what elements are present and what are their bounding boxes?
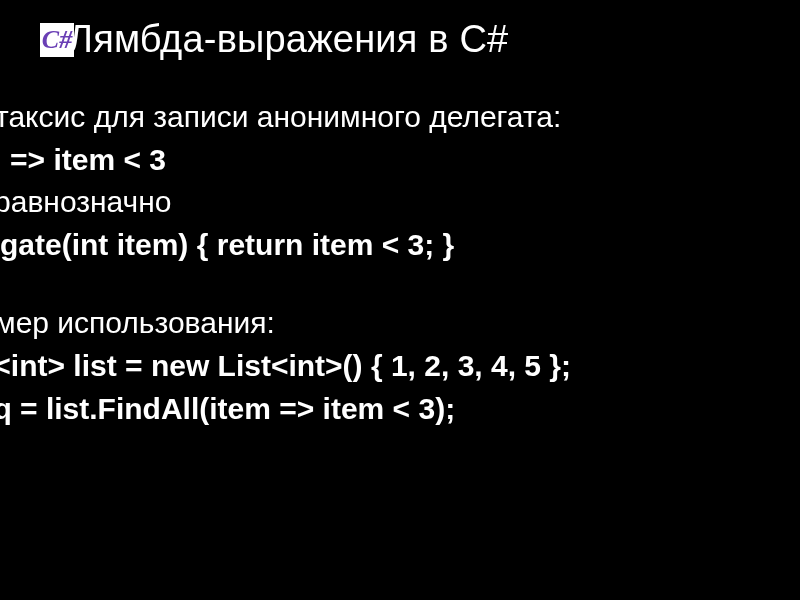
text-line: что равнозначно [0,181,800,224]
text-line: Пример использования: [0,302,800,345]
slide-body: Синтаксис для записи анонимного делегата… [0,96,800,430]
slide: C# Лямбда-выражения в C# Синтаксис для з… [0,0,800,600]
csharp-logo-text: C# [42,27,72,53]
code-line: item => item < 3 [0,139,800,182]
spacer [0,266,800,302]
title-row: C# Лямбда-выражения в C# [40,18,780,61]
code-line: List<int> list = new List<int>() { 1, 2,… [0,345,800,388]
text-line: Синтаксис для записи анонимного делегата… [0,96,800,139]
csharp-logo-icon: C# [40,23,74,57]
code-line: var q = list.FindAll(item => item < 3); [0,388,800,431]
slide-title: Лямбда-выражения в C# [68,18,508,61]
code-line: delegate(int item) { return item < 3; } [0,224,800,267]
